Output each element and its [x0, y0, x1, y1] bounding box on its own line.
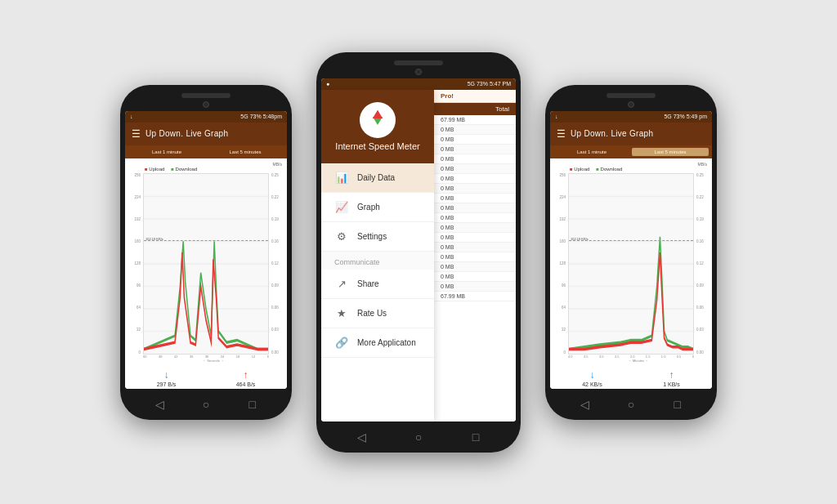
- left-app-title: Up Down. Live Graph: [145, 129, 228, 138]
- left-y-right-labels: 0.250.220.190.160.120.090.060.030.00: [271, 173, 284, 355]
- daily-row-16: 0 MB: [434, 272, 516, 282]
- left-graph-svg: [144, 174, 268, 354]
- left-x-axis-label: ← Seconds →: [143, 359, 284, 363]
- daily-row-14: 0 MB: [434, 252, 516, 262]
- right-graph-canvas: 162.19 KB/s: [568, 173, 694, 355]
- right-tab-1min[interactable]: Last 1 minute: [553, 148, 630, 156]
- left-speed-down-value: 297 B/s: [157, 381, 177, 387]
- left-time: 5:48pm: [263, 114, 282, 119]
- graph-icon: 📈: [334, 201, 349, 213]
- center-back-btn[interactable]: ◁: [354, 430, 369, 444]
- daily-header: Total: [434, 103, 516, 115]
- left-status-left: ↓: [130, 114, 133, 119]
- right-signal: 5G 73%: [664, 114, 684, 119]
- daily-total-top: 67.99 MB: [434, 115, 516, 125]
- menu-label-settings: Settings: [357, 232, 387, 241]
- right-speed-up-value: 1 KB/s: [663, 381, 680, 387]
- right-tab-5min[interactable]: Last 5 minutes: [632, 148, 709, 156]
- left-menu-icon[interactable]: ☰: [132, 129, 141, 139]
- right-legend-upload: ■ Upload: [570, 167, 589, 172]
- rate-icon: ★: [334, 307, 349, 319]
- left-back-btn[interactable]: ◁: [152, 397, 167, 412]
- center-recent-btn[interactable]: □: [468, 430, 483, 444]
- daily-total-bottom-value: 67.99 MB: [441, 293, 465, 299]
- daily-row-10: 0 MB: [434, 213, 516, 223]
- right-phone-screen: ↓ 5G 73% 5:49 pm ☰ Up Down. Live Graph L…: [550, 111, 712, 389]
- center-app-header: Internet Speed Meter: [321, 90, 434, 163]
- center-phone-camera: [415, 69, 422, 75]
- left-app-header: ☰ Up Down. Live Graph: [125, 123, 287, 145]
- right-y-labels: 2562241921601289664320: [553, 173, 566, 355]
- menu-item-settings[interactable]: ⚙ Settings: [321, 222, 434, 252]
- daily-row-8: 0 MB: [434, 194, 516, 203]
- daily-row-1: 0 MB: [434, 125, 516, 135]
- left-phone: ↓ 5G 73% 5:48pm ☰ Up Down. Live Graph La…: [120, 85, 292, 420]
- right-status-bar: ↓ 5G 73% 5:49 pm: [550, 111, 712, 123]
- right-speed-up: ↑ 1 KB/s: [663, 369, 680, 387]
- menu-item-share[interactable]: ↗ Share: [321, 270, 434, 299]
- daily-table: 67.99 MB 0 MB 0 MB 0 MB 0 MB 0 MB 0 MB 0…: [434, 115, 516, 421]
- menu-item-more-apps[interactable]: 🔗 More Applicaton: [321, 328, 434, 358]
- center-status-bar: ● 5G 73% 5:47 PM: [321, 78, 516, 90]
- left-phone-bottom: ◁ ○ □: [120, 389, 292, 420]
- left-home-btn[interactable]: ○: [199, 397, 213, 412]
- left-y-labels: 2562241921601289664320: [128, 173, 141, 355]
- menu-item-rate[interactable]: ★ Rate Us: [321, 299, 434, 328]
- right-graph-legend: ■ Upload ■ Download: [553, 167, 709, 172]
- right-phone-speaker: [606, 93, 656, 98]
- center-phone-screen: ● 5G 73% 5:47 PM: [321, 78, 516, 421]
- communicate-header: Communicate: [321, 252, 434, 270]
- right-back-btn[interactable]: ◁: [577, 397, 592, 412]
- left-speed-down: ↓ 297 B/s: [157, 369, 177, 387]
- menu-label-more-apps: More Applicaton: [357, 338, 416, 347]
- left-graph-canvas: 162.19 KB/s: [143, 173, 269, 355]
- center-signal: 5G 73%: [468, 81, 488, 87]
- left-tab-1min[interactable]: Last 1 minute: [128, 148, 205, 156]
- right-home-btn[interactable]: ○: [624, 397, 638, 412]
- left-tab-bar: Last 1 minute Last 5 minutes: [125, 145, 287, 158]
- daily-row-17: 0 MB: [434, 282, 516, 292]
- left-speed-row: ↓ 297 B/s ↑ 464 B/s: [125, 366, 287, 389]
- menu-item-daily-data[interactable]: 📊 Daily Data: [321, 163, 434, 193]
- right-phone-bottom: ◁ ○ □: [545, 389, 717, 420]
- speed-meter-icon: [365, 107, 391, 133]
- right-arrow-down: ↓: [589, 369, 594, 381]
- left-speed-up-value: 464 B/s: [236, 381, 256, 387]
- left-tab-5min[interactable]: Last 5 minutes: [207, 148, 284, 156]
- menu-item-graph[interactable]: 📈 Graph: [321, 193, 434, 222]
- right-speed-down-value: 42 KB/s: [582, 381, 602, 387]
- right-app-header: ☰ Up Down. Live Graph: [550, 123, 712, 145]
- svg-marker-9: [373, 110, 383, 118]
- daily-total-label: Total: [495, 105, 509, 113]
- left-dashed-label: 162.19 KB/s: [145, 237, 163, 241]
- left-graph-area: MB/s ■ Upload ■ Download 256224192160128…: [125, 158, 287, 366]
- left-speed-up: ↑ 464 B/s: [236, 369, 256, 387]
- left-signal: 5G 73%: [240, 114, 261, 119]
- center-split-view: Internet Speed Meter 📊 Daily Data 📈 Grap…: [321, 90, 516, 421]
- right-speed-down: ↓ 42 KB/s: [582, 369, 602, 387]
- left-recent-btn[interactable]: □: [245, 397, 260, 412]
- right-menu-icon[interactable]: ☰: [557, 129, 566, 139]
- daily-row-2: 0 MB: [434, 135, 516, 145]
- center-phone-bottom: ◁ ○ □: [316, 421, 521, 453]
- left-phone-screen: ↓ 5G 73% 5:48pm ☰ Up Down. Live Graph La…: [125, 111, 287, 389]
- right-dashed-label: 162.19 KB/s: [571, 237, 589, 241]
- left-legend-download: ■ Download: [171, 167, 197, 172]
- right-speed-row: ↓ 42 KB/s ↑ 1 KB/s: [550, 366, 712, 389]
- right-time: 5:49 pm: [687, 114, 707, 119]
- left-status-right: 5G 73% 5:48pm: [240, 114, 282, 119]
- center-home-btn[interactable]: ○: [411, 430, 426, 444]
- left-arrow-down: ↓: [164, 369, 169, 381]
- right-app-title: Up Down. Live Graph: [571, 129, 653, 138]
- right-recent-btn[interactable]: □: [670, 397, 685, 412]
- right-status-right: 5G 73% 5:49 pm: [664, 114, 707, 119]
- center-time: 5:47 PM: [490, 81, 511, 87]
- right-graph-area: MB/s ■ Upload ■ Download 256224192160128…: [550, 158, 712, 366]
- share-icon: ↗: [334, 278, 349, 290]
- right-phone: ↓ 5G 73% 5:49 pm ☰ Up Down. Live Graph L…: [545, 85, 717, 420]
- app-icon-circle: [360, 102, 396, 138]
- main-scene: ↓ 5G 73% 5:48pm ☰ Up Down. Live Graph La…: [0, 0, 837, 504]
- right-graph-wrapper: 2562241921601289664320 162.19 KB/s: [553, 173, 709, 355]
- menu-list: 📊 Daily Data 📈 Graph ⚙ Settings Communic…: [321, 163, 434, 421]
- right-graph-svg: [569, 174, 693, 354]
